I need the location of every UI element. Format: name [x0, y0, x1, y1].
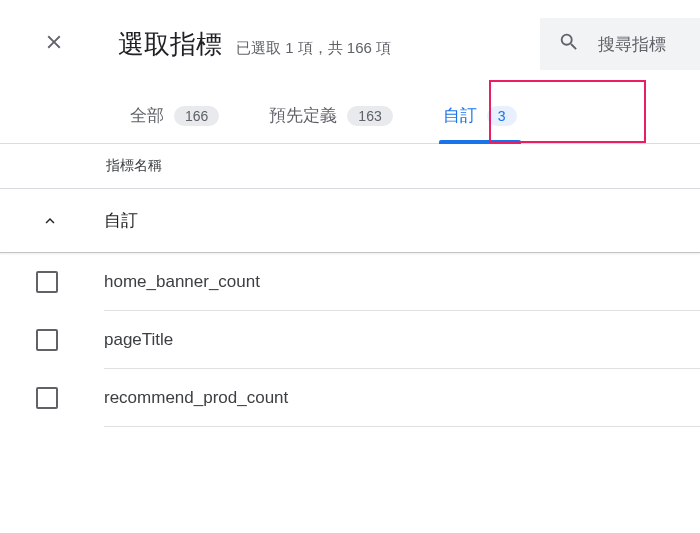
checkbox[interactable] — [36, 329, 58, 351]
group-title: 自訂 — [104, 209, 138, 232]
checkbox[interactable] — [36, 387, 58, 409]
tab-predefined-label: 預先定義 — [269, 104, 337, 127]
tab-all[interactable]: 全部 166 — [130, 88, 219, 143]
metric-label: pageTitle — [104, 330, 173, 350]
dialog-title: 選取指標 — [118, 27, 222, 62]
list-item[interactable]: recommend_prod_count — [36, 369, 700, 427]
column-header-name: 指標名稱 — [0, 144, 700, 189]
search-input[interactable]: 搜尋指標 — [540, 18, 700, 70]
metric-label: recommend_prod_count — [104, 388, 288, 408]
checkbox[interactable] — [36, 271, 58, 293]
close-button[interactable] — [30, 31, 78, 57]
tab-all-count: 166 — [174, 106, 219, 126]
metric-label: home_banner_count — [104, 272, 260, 292]
search-icon — [558, 31, 598, 57]
tab-predefined-count: 163 — [347, 106, 392, 126]
chevron-up-icon — [36, 212, 64, 230]
tab-custom-label: 自訂 — [443, 104, 477, 127]
tabs-bar: 全部 166 預先定義 163 自訂 3 — [0, 88, 700, 144]
group-header-custom[interactable]: 自訂 — [0, 189, 700, 253]
list-item[interactable]: home_banner_count — [36, 253, 700, 311]
selection-summary: 已選取 1 項，共 166 項 — [236, 39, 391, 58]
tab-custom-count: 3 — [487, 106, 517, 126]
tab-custom[interactable]: 自訂 3 — [443, 88, 517, 143]
list-item[interactable]: pageTitle — [36, 311, 700, 369]
search-placeholder: 搜尋指標 — [598, 33, 666, 56]
metrics-list: home_banner_count pageTitle recommend_pr… — [0, 253, 700, 427]
tab-all-label: 全部 — [130, 104, 164, 127]
tab-predefined[interactable]: 預先定義 163 — [269, 88, 392, 143]
close-icon — [43, 31, 65, 57]
